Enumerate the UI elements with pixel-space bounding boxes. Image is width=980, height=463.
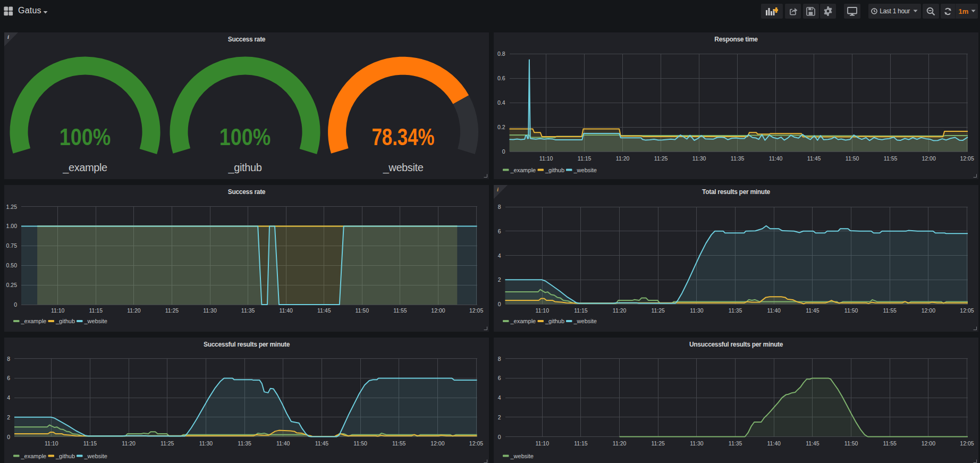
- svg-text:12:05: 12:05: [469, 440, 483, 447]
- svg-text:Total results per minute: Total results per minute: [702, 188, 771, 196]
- svg-text:0.2: 0.2: [497, 124, 505, 130]
- svg-text:0.8: 0.8: [497, 50, 505, 57]
- svg-text:0: 0: [7, 434, 10, 440]
- svg-text:100%: 100%: [60, 124, 111, 150]
- svg-text:11:35: 11:35: [729, 440, 742, 447]
- svg-text:0: 0: [498, 301, 501, 307]
- svg-text:11:15: 11:15: [83, 440, 97, 447]
- svg-text:11:25: 11:25: [651, 307, 665, 314]
- svg-text:11:15: 11:15: [574, 440, 588, 447]
- svg-text:8: 8: [498, 204, 501, 210]
- svg-text:_github: _github: [55, 453, 75, 459]
- svg-text:_website: _website: [84, 453, 107, 459]
- svg-text:12:00: 12:00: [922, 155, 935, 162]
- svg-text:12:05: 12:05: [960, 440, 974, 447]
- svg-text:Unsuccessful results per minut: Unsuccessful results per minute: [689, 341, 783, 348]
- svg-text:11:45: 11:45: [315, 440, 329, 447]
- svg-text:11:10: 11:10: [536, 307, 550, 314]
- svg-text:12:05: 12:05: [960, 155, 974, 162]
- svg-text:11:15: 11:15: [578, 155, 592, 162]
- svg-text:11:55: 11:55: [393, 307, 407, 314]
- svg-text:8: 8: [7, 356, 10, 362]
- svg-text:1.25: 1.25: [6, 204, 18, 210]
- svg-text:11:35: 11:35: [729, 307, 742, 314]
- svg-text:12:00: 12:00: [431, 307, 445, 314]
- svg-text:11:20: 11:20: [127, 307, 141, 314]
- svg-text:8: 8: [498, 356, 501, 362]
- svg-text:11:15: 11:15: [89, 307, 103, 314]
- svg-text:0: 0: [14, 301, 17, 308]
- svg-text:11:50: 11:50: [844, 307, 858, 314]
- svg-text:Success rate: Success rate: [228, 36, 266, 43]
- svg-text:2: 2: [7, 414, 10, 420]
- svg-text:11:25: 11:25: [165, 307, 179, 314]
- svg-text:0.50: 0.50: [6, 262, 18, 268]
- svg-text:0: 0: [498, 434, 501, 440]
- svg-text:12:05: 12:05: [469, 307, 483, 314]
- svg-text:11:25: 11:25: [654, 155, 668, 162]
- svg-text:0.25: 0.25: [6, 282, 18, 288]
- svg-text:Successful results per minute: Successful results per minute: [204, 341, 290, 348]
- svg-text:_website: _website: [573, 167, 597, 173]
- svg-text:12:00: 12:00: [922, 440, 935, 447]
- svg-text:11:10: 11:10: [539, 155, 553, 162]
- svg-text:11:25: 11:25: [651, 440, 665, 447]
- svg-text:11:45: 11:45: [807, 155, 821, 162]
- svg-text:12:00: 12:00: [430, 440, 444, 447]
- svg-text:_example: _example: [21, 453, 47, 459]
- svg-text:_github: _github: [545, 318, 564, 324]
- svg-text:11:55: 11:55: [884, 155, 898, 162]
- svg-text:11:35: 11:35: [241, 307, 255, 314]
- svg-text:11:55: 11:55: [883, 307, 897, 314]
- svg-text:11:30: 11:30: [199, 440, 213, 447]
- svg-text:11:55: 11:55: [883, 440, 897, 447]
- svg-text:Response time: Response time: [714, 36, 758, 43]
- svg-text:0.4: 0.4: [497, 99, 505, 106]
- svg-text:_website: _website: [573, 318, 597, 324]
- svg-text:11:45: 11:45: [806, 440, 820, 447]
- svg-text:11:20: 11:20: [613, 307, 627, 314]
- svg-text:_example: _example: [21, 318, 47, 324]
- svg-text:0: 0: [502, 148, 505, 155]
- svg-text:_github: _github: [228, 162, 262, 174]
- svg-text:11:45: 11:45: [806, 307, 820, 314]
- svg-text:Success rate: Success rate: [228, 188, 266, 196]
- svg-text:11:40: 11:40: [279, 307, 293, 314]
- svg-text:_website: _website: [510, 453, 534, 459]
- svg-text:12:05: 12:05: [960, 307, 974, 314]
- svg-text:12:00: 12:00: [922, 307, 935, 314]
- svg-text:11:10: 11:10: [45, 440, 58, 447]
- svg-text:11:50: 11:50: [844, 440, 858, 447]
- svg-text:11:15: 11:15: [574, 307, 588, 314]
- svg-text:11:20: 11:20: [122, 440, 136, 447]
- svg-text:1.00: 1.00: [6, 223, 18, 229]
- svg-text:11:30: 11:30: [692, 155, 706, 162]
- svg-text:11:30: 11:30: [203, 307, 217, 314]
- svg-text:4: 4: [498, 252, 501, 259]
- svg-text:0.75: 0.75: [6, 242, 18, 249]
- svg-text:4: 4: [498, 394, 501, 401]
- svg-text:11:40: 11:40: [767, 440, 781, 447]
- svg-text:_github: _github: [55, 318, 75, 324]
- svg-text:11:30: 11:30: [690, 440, 704, 447]
- svg-text:2: 2: [498, 414, 501, 420]
- svg-text:11:50: 11:50: [353, 440, 367, 447]
- svg-text:6: 6: [7, 375, 10, 381]
- svg-text:_example: _example: [62, 162, 107, 174]
- svg-text:2: 2: [498, 276, 501, 283]
- svg-text:11:25: 11:25: [160, 440, 174, 447]
- svg-text:_website: _website: [84, 318, 107, 324]
- svg-text:100%: 100%: [219, 124, 271, 150]
- svg-text:6: 6: [498, 228, 501, 234]
- svg-text:11:50: 11:50: [356, 307, 369, 314]
- svg-text:6: 6: [498, 375, 501, 381]
- svg-text:11:20: 11:20: [616, 155, 630, 162]
- svg-text:11:10: 11:10: [51, 307, 65, 314]
- svg-text:78.34%: 78.34%: [372, 124, 435, 150]
- svg-text:11:40: 11:40: [769, 155, 783, 162]
- svg-text:11:35: 11:35: [731, 155, 745, 162]
- svg-text:_example: _example: [510, 318, 536, 324]
- svg-text:11:35: 11:35: [238, 440, 251, 447]
- svg-text:4: 4: [7, 394, 10, 401]
- svg-text:_github: _github: [545, 167, 564, 173]
